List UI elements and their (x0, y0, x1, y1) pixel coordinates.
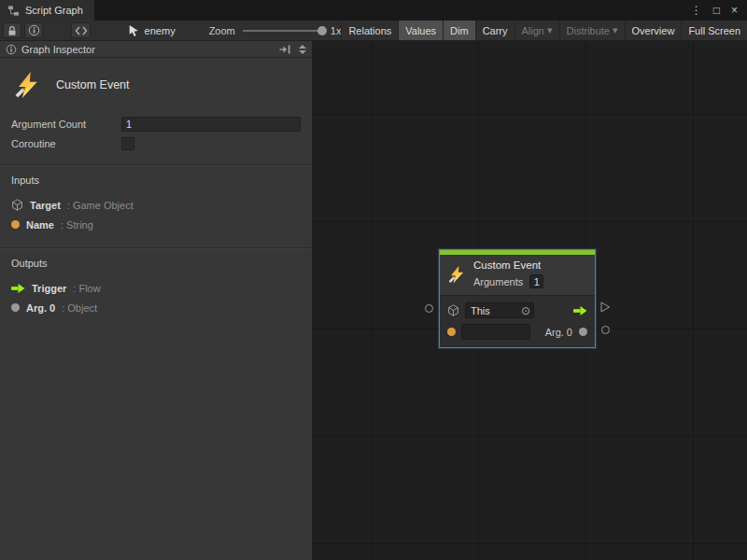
graph-breadcrumb[interactable]: enemy (128, 24, 176, 37)
arguments-label: Arguments (473, 276, 523, 287)
output-item-trigger: Trigger : Flow (11, 278, 301, 298)
graph-name: enemy (145, 25, 176, 36)
code-view-button[interactable] (71, 22, 90, 38)
title-bar: Script Graph ⋮ □ × (0, 0, 747, 21)
arg0-output-port[interactable] (601, 326, 610, 334)
button-label: Values (405, 25, 436, 36)
port-name: Target (30, 200, 61, 211)
inspector-event-title: Custom Event (56, 78, 130, 91)
port-type: : Game Object (67, 200, 134, 211)
button-label: Carry (483, 25, 508, 36)
outputs-title: Outputs (11, 258, 301, 269)
overview-button[interactable]: Overview (625, 21, 682, 40)
inspector-event-header: Custom Event (0, 58, 312, 112)
zoom-slider-knob[interactable] (317, 26, 327, 35)
zoom-label: Zoom (209, 25, 235, 36)
arg0-output: Arg. 0 (545, 327, 587, 338)
inspector-header: Graph Inspector (0, 41, 312, 58)
tab-script-graph[interactable]: Script Graph (0, 0, 94, 21)
zoom-control: Zoom 1x (209, 25, 342, 36)
inputs-section: Inputs Target : Game Object Name : Strin… (0, 166, 312, 242)
dim-button[interactable]: Dim (443, 21, 475, 40)
target-dropdown-value: This (471, 305, 521, 316)
zoom-value: 1x (331, 25, 342, 36)
cursor-icon (128, 24, 140, 37)
full-screen-button[interactable]: Full Screen (681, 21, 747, 40)
carry-button[interactable]: Carry (475, 21, 514, 40)
trigger-output-port[interactable] (600, 301, 611, 313)
node-arg0-row: Arg. 0 (447, 324, 587, 340)
button-label: Dim (450, 25, 469, 36)
graph-toolbar: enemy Zoom 1x Relations Values Dim Carry… (0, 21, 747, 41)
node-header-text: Custom Event Arguments 1 (473, 259, 543, 288)
script-graph-icon (7, 5, 20, 17)
node-body: This ⊙ Arg. 0 (440, 295, 595, 347)
game-object-cube-icon (447, 304, 459, 316)
info-icon (28, 24, 40, 36)
scroll-up-icon[interactable] (299, 45, 306, 49)
window-controls: ⋮ □ × (691, 0, 747, 21)
info-icon (6, 44, 17, 55)
custom-event-icon (13, 71, 41, 99)
target-input-port[interactable] (425, 304, 433, 313)
object-port-icon (11, 303, 20, 312)
port-type: : Flow (73, 283, 100, 294)
button-label: Relations (348, 25, 391, 36)
port-type: : Object (62, 302, 97, 314)
scroll-down-icon[interactable] (299, 50, 306, 54)
graph-inspector-panel: Graph Inspector Custom Event Argument Co… (0, 41, 313, 560)
window-menu-icon[interactable]: ⋮ (691, 4, 702, 17)
chevron-down-icon: ▾ (547, 24, 553, 36)
custom-event-node[interactable]: Custom Event Arguments 1 This ⊙ (439, 249, 596, 348)
input-item-target: Target : Game Object (11, 195, 301, 215)
string-port-icon (11, 220, 20, 229)
relations-button[interactable]: Relations (341, 21, 398, 40)
node-title: Custom Event (473, 259, 543, 271)
object-picker-icon[interactable]: ⊙ (521, 305, 530, 316)
button-label: Full Screen (688, 25, 740, 36)
inspector-title: Graph Inspector (21, 44, 95, 55)
dock-icon[interactable] (278, 44, 291, 55)
tab-title: Script Graph (25, 5, 83, 16)
button-label: Overview (632, 25, 675, 36)
zoom-slider[interactable] (243, 30, 323, 32)
coroutine-row: Coroutine (11, 133, 301, 153)
code-icon (75, 25, 88, 36)
button-label: Align (522, 25, 544, 36)
trigger-flow-arrow-icon[interactable] (573, 305, 587, 316)
lock-icon (6, 24, 19, 37)
graph-canvas[interactable]: Custom Event Arguments 1 This ⊙ (313, 41, 747, 560)
arg0-port-icon[interactable] (579, 328, 587, 336)
target-dropdown[interactable]: This ⊙ (465, 302, 534, 318)
port-type: : String (61, 219, 93, 231)
inspector-fields: Argument Count Coroutine (0, 112, 312, 159)
align-button[interactable]: Align▾ (514, 21, 559, 40)
flow-arrow-icon (11, 283, 25, 294)
coroutine-label: Coroutine (11, 138, 121, 149)
argument-count-label: Argument Count (11, 119, 121, 130)
window-maximize-icon[interactable]: □ (713, 4, 720, 17)
output-item-arg0: Arg. 0 : Object (11, 298, 301, 317)
inspector-toggle-button[interactable] (24, 22, 43, 38)
scroll-spinner[interactable] (296, 45, 309, 54)
distribute-button[interactable]: Distribute▾ (559, 21, 625, 40)
port-name: Trigger (32, 283, 66, 294)
node-header[interactable]: Custom Event Arguments 1 (440, 255, 595, 295)
arguments-count-field[interactable]: 1 (529, 274, 543, 288)
lock-button[interactable] (3, 22, 21, 38)
window-close-icon[interactable]: × (731, 4, 738, 17)
values-button[interactable]: Values (398, 21, 443, 40)
coroutine-checkbox[interactable] (121, 137, 134, 150)
node-arguments-row: Arguments 1 (473, 274, 543, 288)
arg0-label: Arg. 0 (545, 327, 572, 338)
toolbar-buttons: Relations Values Dim Carry Align▾ Distri… (341, 21, 747, 40)
port-name: Arg. 0 (26, 302, 55, 314)
game-object-cube-icon (11, 199, 23, 211)
inspector-header-actions (278, 44, 309, 55)
chevron-down-icon: ▾ (613, 24, 618, 36)
argument-count-input[interactable] (121, 117, 301, 132)
node-target-row: This ⊙ (447, 302, 587, 318)
name-input-field[interactable] (461, 324, 530, 340)
button-label: Distribute (567, 25, 610, 36)
name-input-port-icon[interactable] (447, 328, 456, 336)
